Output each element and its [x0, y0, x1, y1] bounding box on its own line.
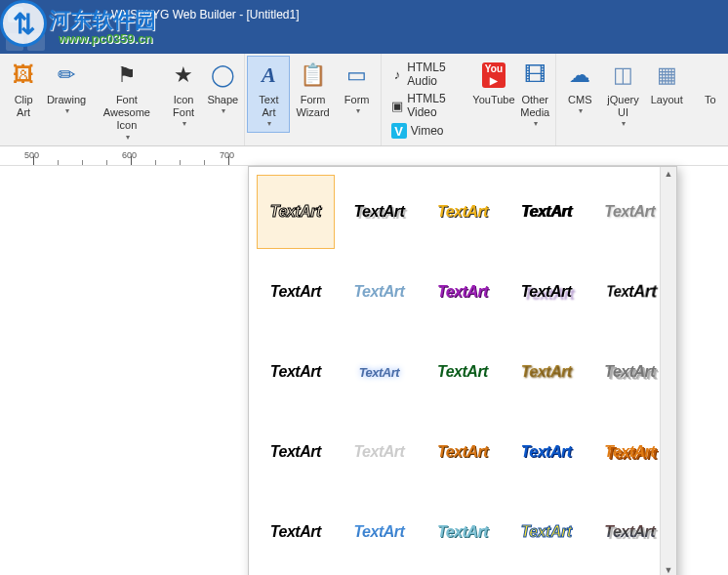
dropdown-caret-icon: ▾	[579, 106, 583, 116]
text-art-style-21[interactable]: TextArt	[257, 495, 335, 569]
text-art-style-15[interactable]: TextArt	[590, 335, 668, 409]
shape-button[interactable]: ◯ Shape▾	[203, 56, 242, 120]
other-media-button[interactable]: 🎞 Other Media▾	[516, 56, 553, 133]
text-art-style-9[interactable]: TextArt	[507, 255, 586, 329]
form-icon: ▭	[342, 60, 373, 91]
flag-icon: ⚑	[111, 60, 142, 91]
text-art-style-6[interactable]: TextArt	[257, 255, 335, 329]
text-art-style-5[interactable]: TextArt	[590, 175, 668, 249]
text-art-style-12[interactable]: TextArt	[341, 335, 419, 409]
text-art-style-16[interactable]: TextArt	[257, 415, 335, 489]
text-art-style-3[interactable]: TextArt	[424, 175, 502, 249]
text-art-style-18[interactable]: TextArt	[424, 415, 502, 489]
text-art-style-1[interactable]: TextArt	[257, 175, 335, 249]
clip-art-button[interactable]: 🖼 Clip Art	[4, 56, 43, 123]
text-art-style-25[interactable]: TextArt	[590, 495, 668, 569]
youtube-icon: You▶	[478, 60, 509, 91]
title-bar: WYSIWYG Web Builder - [Untitled1]	[0, 0, 728, 29]
jquery-ui-button[interactable]: ◫ jQuery UI▾	[601, 56, 644, 133]
text-art-style-13[interactable]: TextArt	[424, 335, 502, 409]
text-art-style-8[interactable]: TextArt	[424, 255, 502, 329]
window-icon: ◫	[607, 60, 638, 91]
ribbon: 🖼 Clip Art ✏ Drawing▾ ⚑ Font Awesome Ico…	[0, 54, 728, 146]
layout-button[interactable]: ▦ Layout	[645, 56, 689, 110]
horizontal-ruler: 500 600 700	[0, 146, 728, 166]
text-art-style-4[interactable]: TextArt	[507, 175, 586, 249]
media-reel-icon: 🎞	[519, 60, 550, 91]
form-button[interactable]: ▭ Form▾	[336, 56, 379, 120]
vimeo-icon: V	[391, 123, 407, 139]
html5-audio-button[interactable]: ♪HTML5 Audio	[389, 60, 465, 89]
dropdown-caret-icon: ▾	[126, 133, 130, 143]
text-art-grid: TextArtTextArtTextArtTextArtTextArtTextA…	[249, 167, 676, 575]
design-canvas[interactable]: TextArtTextArtTextArtTextArtTextArtTextA…	[0, 166, 728, 575]
form-wizard-button[interactable]: 📋 Form Wizard	[290, 56, 335, 123]
qat-save-button[interactable]	[6, 33, 23, 51]
layout-icon: ▦	[651, 60, 682, 91]
video-icon: ▣	[391, 98, 404, 113]
gallery-scrollbar[interactable]: ▲ ▼	[660, 167, 676, 575]
text-art-gallery: TextArtTextArtTextArtTextArtTextArtTextA…	[248, 166, 677, 575]
text-art-style-19[interactable]: TextArt	[507, 415, 586, 489]
dropdown-caret-icon: ▾	[65, 106, 69, 116]
dropdown-caret-icon: ▾	[182, 119, 186, 129]
youtube-button[interactable]: You▶ YouTube	[471, 56, 517, 110]
scroll-down-icon[interactable]: ▼	[663, 563, 675, 575]
text-art-style-23[interactable]: TextArt	[424, 495, 502, 569]
text-art-button[interactable]: A Text Art▾	[247, 56, 290, 133]
form-wizard-icon: 📋	[298, 60, 329, 91]
dropdown-caret-icon: ▾	[267, 119, 271, 129]
vimeo-button[interactable]: VVimeo	[389, 122, 446, 140]
html5-video-button[interactable]: ▣HTML5 Video	[389, 91, 465, 120]
star-icon: ★	[168, 60, 199, 91]
audio-icon: ♪	[391, 66, 404, 82]
cms-button[interactable]: ☁ CMS▾	[558, 56, 601, 120]
qat-undo-button[interactable]	[27, 33, 45, 51]
text-art-style-17[interactable]: TextArt	[341, 415, 419, 489]
text-art-icon: A	[253, 60, 284, 91]
dropdown-caret-icon: ▾	[356, 106, 360, 116]
dropdown-caret-icon: ▾	[222, 106, 225, 116]
quick-access-toolbar	[0, 29, 728, 54]
scroll-up-icon[interactable]: ▲	[663, 167, 675, 181]
text-art-style-24[interactable]: TextArt	[507, 495, 586, 569]
clip-art-icon: 🖼	[8, 60, 39, 91]
dropdown-caret-icon: ▾	[534, 119, 538, 129]
to-button[interactable]: To	[689, 56, 728, 110]
drawing-icon: ✏	[51, 60, 82, 91]
text-art-style-20[interactable]: TextArt	[590, 415, 668, 489]
text-art-style-14[interactable]: TextArt	[507, 335, 586, 409]
dropdown-caret-icon: ▾	[622, 119, 626, 129]
text-art-style-11[interactable]: TextArt	[257, 335, 335, 409]
text-art-style-7[interactable]: TextArt	[341, 255, 419, 329]
text-art-style-2[interactable]: TextArt	[341, 175, 419, 249]
drawing-button[interactable]: ✏ Drawing▾	[43, 56, 90, 120]
text-art-style-22[interactable]: TextArt	[341, 495, 419, 569]
font-awesome-button[interactable]: ⚑ Font Awesome Icon▾	[90, 56, 164, 145]
cloud-icon: ☁	[564, 60, 595, 91]
app-icon	[8, 7, 23, 22]
shape-icon: ◯	[207, 60, 238, 91]
icon-font-button[interactable]: ★ Icon Font▾	[164, 56, 203, 133]
window-title: WYSIWYG Web Builder - [Untitled1]	[111, 8, 300, 21]
